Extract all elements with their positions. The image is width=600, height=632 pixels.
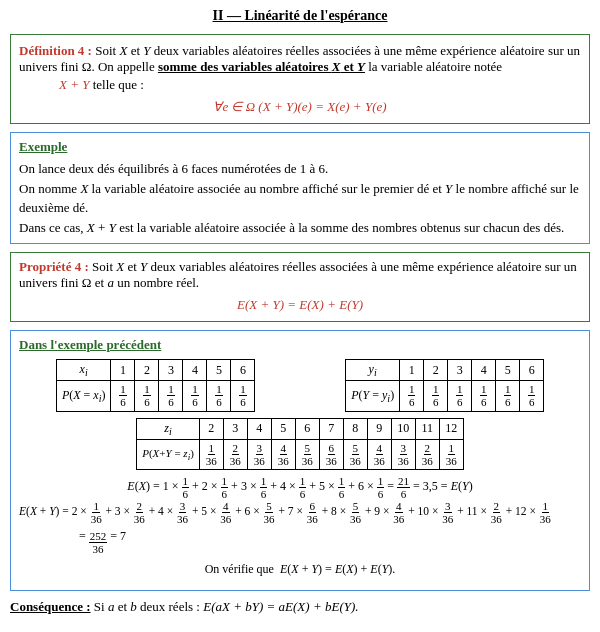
example-line1: On lance deux dés équilibrés à 6 faces n…	[19, 159, 581, 179]
table-y-prob-1: 16	[400, 381, 424, 411]
def-line2-text: X + Y	[59, 77, 89, 92]
tables-row-1: xi 1 2 3 4 5 6 P(X = xi) 16 16 16 16 16 …	[19, 359, 581, 412]
table-y-prob-6: 16	[520, 381, 544, 411]
table-x-prob-label: P(X = xi)	[56, 381, 111, 411]
table-x-val-6: 6	[231, 360, 255, 381]
table-x-prob-3: 16	[159, 381, 183, 411]
table-z-val-11: 11	[415, 418, 439, 439]
def-line2-such: telle que :	[89, 77, 144, 92]
definition-box: Définition 4 : Soit X et Y deux variable…	[10, 34, 590, 124]
table-y-header-yi: yi	[346, 360, 400, 381]
table-z-val-6: 6	[295, 418, 319, 439]
definition-label: Définition 4 :	[19, 43, 92, 58]
table-y-prob-label: P(Y = yi)	[346, 381, 400, 411]
table-z-prob-6: 536	[295, 439, 319, 469]
table-z-prob-8: 536	[343, 439, 367, 469]
table-y-val-2: 2	[424, 360, 448, 381]
table-y: yi 1 2 3 4 5 6 P(Y = yi) 16 16 16 16 16 …	[345, 359, 544, 412]
table-z-prob-10: 336	[391, 439, 415, 469]
table-y-val-4: 4	[472, 360, 496, 381]
def-underline: somme des variables aléatoires X et Y	[158, 59, 365, 74]
example-box: Exemple On lance deux dés équilibrés à 6…	[10, 132, 590, 244]
table-z-prob-5: 436	[271, 439, 295, 469]
table-x-prob-6: 16	[231, 381, 255, 411]
example-section-header: Dans l'exemple précédent	[19, 337, 581, 353]
property-box: Propriété 4 : Soit X et Y deux variables…	[10, 252, 590, 322]
calc-ex: E(X) = 1 × 16 + 2 × 16 + 3 × 16 + 4 × 16…	[19, 475, 581, 500]
table-z-prob-label: P(X+Y = zi)	[137, 439, 200, 469]
calc-exy-label: E(X + Y) = 2 × 136 + 3 × 236 + 4 × 336 +…	[19, 500, 552, 525]
page-title: II — Linéarité de l'espérance	[10, 8, 590, 24]
table-y-val-3: 3	[448, 360, 472, 381]
table-y-prob-3: 16	[448, 381, 472, 411]
example-text: On lance deux dés équilibrés à 6 faces n…	[19, 159, 581, 237]
consequence-formula: E(aX + bY) = aE(X) + bE(Y).	[203, 599, 358, 614]
consequence-text: Si a et b deux réels :	[94, 599, 203, 614]
calc-exy-result: = 25236 = 7	[79, 526, 581, 555]
table-z-prob-9: 436	[367, 439, 391, 469]
table-z-prob-12: 136	[439, 439, 463, 469]
table-z-prob-11: 236	[415, 439, 439, 469]
table-z-val-9: 9	[367, 418, 391, 439]
table-z-val-3: 3	[223, 418, 247, 439]
table-x-prob-1: 16	[111, 381, 135, 411]
table-z-prob-7: 636	[319, 439, 343, 469]
table-y-val-6: 6	[520, 360, 544, 381]
table-z-val-4: 4	[247, 418, 271, 439]
calc-exy: E(X + Y) = 2 × 136 + 3 × 236 + 4 × 336 +…	[19, 500, 581, 525]
table-x-val-2: 2	[135, 360, 159, 381]
def-text4: la variable aléatoire notée	[368, 59, 502, 74]
table-x-prob-5: 16	[207, 381, 231, 411]
table-z-val-12: 12	[439, 418, 463, 439]
example-line2: On nomme X la variable aléatoire associé…	[19, 179, 581, 218]
table-y-prob-4: 16	[472, 381, 496, 411]
table-z-container: zi 2 3 4 5 6 7 8 9 10 11 12 P(X+Y = zi) …	[19, 418, 581, 471]
table-z-prob-3: 236	[223, 439, 247, 469]
example-line3: Dans ce cas, X + Y est la variable aléat…	[19, 218, 581, 238]
table-x-header-xi: xi	[56, 360, 111, 381]
table-z-val-8: 8	[343, 418, 367, 439]
table-x-val-4: 4	[183, 360, 207, 381]
def-text2: et	[131, 43, 144, 58]
calc-verify: On vérifie que E(X + Y) = E(X) + E(Y).	[19, 559, 581, 581]
table-x-val-5: 5	[207, 360, 231, 381]
table-x: xi 1 2 3 4 5 6 P(X = xi) 16 16 16 16 16 …	[56, 359, 256, 412]
definition-formula: ∀e ∈ Ω (X + Y)(e) = X(e) + Y(e)	[19, 99, 581, 115]
table-y-prob-5: 16	[496, 381, 520, 411]
property-formula: E(X + Y) = E(X) + E(Y)	[19, 297, 581, 313]
example-header: Exemple	[19, 139, 581, 155]
calc-block: E(X) = 1 × 16 + 2 × 16 + 3 × 16 + 4 × 16…	[19, 475, 581, 580]
example-section-box: Dans l'exemple précédent xi 1 2 3 4 5 6 …	[10, 330, 590, 591]
table-x-val-3: 3	[159, 360, 183, 381]
consequence-section: Conséquence : Si a et b deux réels : E(a…	[10, 599, 590, 615]
table-y-prob-2: 16	[424, 381, 448, 411]
table-y-val-5: 5	[496, 360, 520, 381]
def-text1: Soit	[95, 43, 119, 58]
table-z-header-zi: zi	[137, 418, 200, 439]
table-z-prob-4: 336	[247, 439, 271, 469]
table-y-val-1: 1	[400, 360, 424, 381]
def-line2: X + Y telle que :	[59, 77, 581, 93]
property-text: Soit X et Y deux variables aléatoires ré…	[19, 259, 577, 290]
table-x-val-1: 1	[111, 360, 135, 381]
property-content: Propriété 4 : Soit X et Y deux variables…	[19, 259, 581, 291]
table-z-val-10: 10	[391, 418, 415, 439]
consequence-label: Conséquence :	[10, 599, 91, 614]
def-x1: X	[119, 43, 127, 58]
table-x-prob-2: 16	[135, 381, 159, 411]
table-z-val-7: 7	[319, 418, 343, 439]
definition-content: Définition 4 : Soit X et Y deux variable…	[19, 43, 581, 75]
table-z-val-2: 2	[199, 418, 223, 439]
table-z-val-5: 5	[271, 418, 295, 439]
table-x-prob-4: 16	[183, 381, 207, 411]
table-z: zi 2 3 4 5 6 7 8 9 10 11 12 P(X+Y = zi) …	[136, 418, 464, 471]
property-label: Propriété 4 :	[19, 259, 89, 274]
table-z-prob-2: 136	[199, 439, 223, 469]
def-y1: Y	[143, 43, 150, 58]
